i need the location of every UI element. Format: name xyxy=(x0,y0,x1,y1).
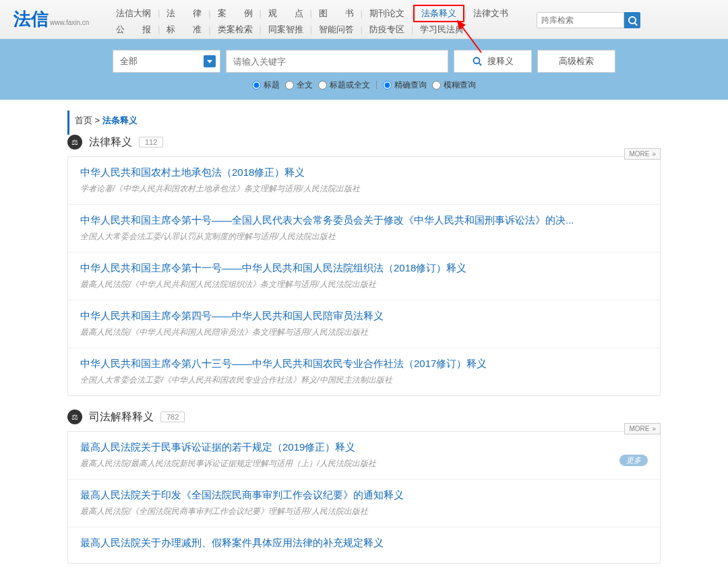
item-title[interactable]: 最高人民法院关于民事诉讼证据的若干规定（2019修正）释义 xyxy=(80,441,648,454)
nav-item[interactable]: 同案智推 xyxy=(262,22,310,37)
item-title[interactable]: 中华人民共和国主席令第八十三号——中华人民共和国农民专业合作社法（2017修订）… xyxy=(80,358,648,370)
search-icon xyxy=(628,16,636,24)
item-list: 最高人民法院关于民事诉讼证据的若干规定（2019修正）释义 最高人民法院/最高人… xyxy=(67,431,661,564)
search-bar: 全部 搜释义 高级检索 xyxy=(113,50,615,73)
item-list: 中华人民共和国农村土地承包法（2018修正）释义 学者论著/《中华人民共和国农村… xyxy=(67,156,661,396)
nav-item[interactable]: 图 书 xyxy=(312,6,361,21)
logo[interactable]: 法信 www.faxin.cn xyxy=(13,7,89,31)
breadcrumb-home[interactable]: 首页 xyxy=(75,115,92,125)
item-meta: 最高人民法院/最高人民法院新民事诉讼证据规定理解与适用（上）/人民法院出版社 xyxy=(80,458,648,469)
nav-item[interactable]: 法 律 xyxy=(160,6,208,21)
radio-option[interactable]: 全文 xyxy=(285,79,313,91)
list-item: 最高人民法院关于办理减刑、假释案件具体应用法律的补充规定释义 xyxy=(68,527,660,563)
list-item: 中华人民共和国主席令第八十三号——中华人民共和国农民专业合作社法（2017修订）… xyxy=(68,348,660,395)
section-title: 法律释义 xyxy=(89,135,132,150)
svg-line-0 xyxy=(458,21,481,53)
breadcrumb-current: 法条释义 xyxy=(102,115,138,125)
search-icon xyxy=(473,57,482,66)
breadcrumb: 首页 > 法条释义 xyxy=(67,110,661,135)
top-header: 法信 www.faxin.cn 法信大纲|法 律|案 例|观 点|图 书|期刊论… xyxy=(0,0,728,39)
cross-search-input[interactable] xyxy=(537,12,624,28)
radio-option[interactable]: 标题或全文 xyxy=(318,79,370,91)
nav-item[interactable]: 期刊论文 xyxy=(363,6,411,21)
svg-point-1 xyxy=(473,58,479,64)
nav-item[interactable]: 防疫专区 xyxy=(363,22,411,37)
item-meta: 全国人大常委会法工委/《中华人民共和国农民专业合作社法》释义/中国民主法制出版社 xyxy=(80,374,648,386)
svg-line-2 xyxy=(479,63,481,65)
cross-search-button[interactable] xyxy=(624,12,640,28)
chevron-down-icon xyxy=(204,55,216,67)
item-title[interactable]: 中华人民共和国主席令第十一号——中华人民共和国人民法院组织法（2018修订）释义 xyxy=(80,262,648,275)
nav-item[interactable]: 智能问答 xyxy=(312,22,361,37)
item-title[interactable]: 中华人民共和国主席令第四号——中华人民共和国人民陪审员法释义 xyxy=(80,310,648,323)
logo-main: 法信 xyxy=(13,7,49,31)
item-title[interactable]: 最高人民法院关于印发《全国法院民商事审判工作会议纪要》的通知释义 xyxy=(80,489,648,502)
logo-sub: www.faxin.cn xyxy=(50,19,89,26)
nav-item[interactable]: 观 点 xyxy=(262,6,310,21)
radio-option[interactable]: 标题 xyxy=(252,79,280,91)
nav-item[interactable]: 类案检索 xyxy=(211,22,260,37)
item-meta: 最高人民法院/《中华人民共和国人民陪审员法》条文理解与适用/人民法院出版社 xyxy=(80,327,648,338)
radio-option[interactable]: 精确查询 xyxy=(383,79,427,91)
radio-row: 标题全文标题或全文|精确查询模糊查询 xyxy=(252,79,476,91)
item-meta: 最高人民法院/《全国法院民商事审判工作会议纪要》理解与适用/人民法院出版社 xyxy=(80,506,648,517)
section: ⚖ 法律释义 112 MORE 中华人民共和国农村土地承包法（2018修正）释义… xyxy=(67,135,661,396)
section-head: ⚖ 法律释义 112 xyxy=(67,135,661,150)
arrow-annotation xyxy=(456,19,489,56)
item-meta: 最高人民法院/《中华人民共和国人民法院组织法》条文理解与适用/人民法院出版社 xyxy=(80,279,648,290)
list-item: 中华人民共和国农村土地承包法（2018修正）释义 学者论著/《中华人民共和国农村… xyxy=(68,157,660,205)
section: ⚖ 司法解释释义 782 MORE 最高人民法院关于民事诉讼证据的若干规定（20… xyxy=(67,410,661,564)
list-item: 最高人民法院关于印发《全国法院民商事审判工作会议纪要》的通知释义 最高人民法院/… xyxy=(68,480,660,527)
radio-option[interactable]: 模糊查询 xyxy=(432,79,476,91)
section-title: 司法解释释义 xyxy=(89,410,154,424)
nav-item[interactable]: 标 准 xyxy=(160,22,208,37)
nav-item[interactable]: 案 例 xyxy=(211,6,260,21)
list-item: 中华人民共和国主席令第四号——中华人民共和国人民陪审员法释义 最高人民法院/《中… xyxy=(68,300,660,348)
top-search xyxy=(537,12,640,28)
search-banner: 全部 搜释义 高级检索 标题全文标题或全文|精确查询模糊查询 xyxy=(0,39,728,100)
scale-icon: ⚖ xyxy=(67,135,82,150)
item-title[interactable]: 最高人民法院关于办理减刑、假释案件具体应用法律的补充规定释义 xyxy=(80,537,648,550)
list-item: 最高人民法院关于民事诉讼证据的若干规定（2019修正）释义 最高人民法院/最高人… xyxy=(68,432,660,480)
count-badge: 782 xyxy=(160,412,185,422)
category-label: 全部 xyxy=(120,55,138,67)
item-title[interactable]: 中华人民共和国主席令第十号——全国人民代表大会常务委员会关于修改《中华人民共和国… xyxy=(80,214,648,227)
list-item: 中华人民共和国主席令第十一号——中华人民共和国人民法院组织法（2018修订）释义… xyxy=(68,253,660,300)
item-meta: 学者论著/《中华人民共和国农村土地承包法》条文理解与适用/人民法院出版社 xyxy=(80,183,648,195)
advanced-search-button[interactable]: 高级检索 xyxy=(537,50,615,73)
scale-icon: ⚖ xyxy=(67,410,82,424)
keyword-input[interactable] xyxy=(226,50,448,73)
list-item: 中华人民共和国主席令第十号——全国人民代表大会常务委员会关于修改《中华人民共和国… xyxy=(68,205,660,253)
section-head: ⚖ 司法解释释义 782 xyxy=(67,410,661,424)
count-badge: 112 xyxy=(139,137,163,148)
category-dropdown[interactable]: 全部 xyxy=(113,50,220,73)
item-title[interactable]: 中华人民共和国农村土地承包法（2018修正）释义 xyxy=(80,166,648,179)
more-pill[interactable]: 更多 xyxy=(619,455,648,466)
item-meta: 全国人大常委会法工委/认罪认罚从宽制度的理解与适用/人民法院出版社 xyxy=(80,231,648,242)
nav-item[interactable]: 法信大纲 xyxy=(109,6,158,21)
nav-item[interactable]: 公 报 xyxy=(109,22,158,37)
content: 首页 > 法条释义 ⚖ 法律释义 112 MORE 中华人民共和国农村土地承包法… xyxy=(67,100,661,564)
